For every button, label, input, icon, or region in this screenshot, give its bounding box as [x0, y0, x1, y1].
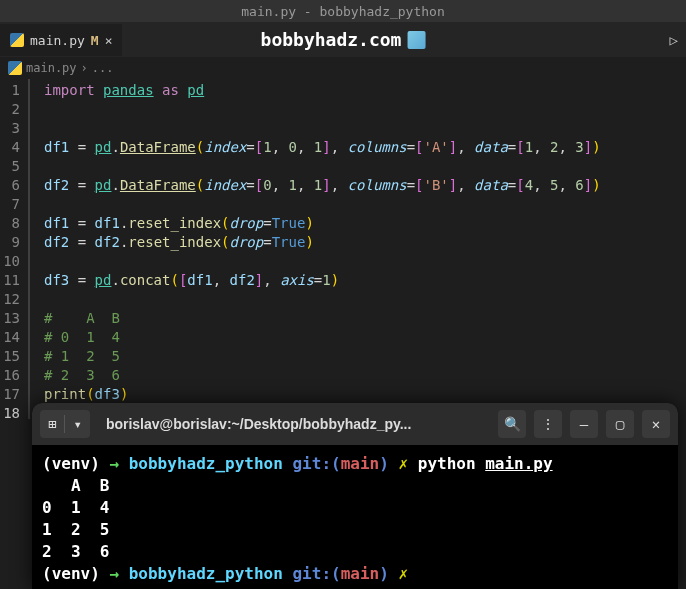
- menu-icon: ⋮: [541, 416, 555, 432]
- minimize-icon: –: [580, 416, 588, 432]
- title-text: main.py - bobbyhadz_python: [241, 4, 445, 19]
- breadcrumb-file: main.py: [26, 61, 77, 75]
- code-line: # 0 1 4: [44, 328, 686, 347]
- code-line: df3 = pd.concat([df1, df2], axis=1): [44, 271, 686, 290]
- code-line: [44, 290, 686, 309]
- close-icon[interactable]: ×: [105, 33, 113, 48]
- code-line: df1 = df1.reset_index(drop=True): [44, 214, 686, 233]
- code-line: [44, 195, 686, 214]
- code-line: df2 = pd.DataFrame(index=[0, 1, 1], colu…: [44, 176, 686, 195]
- breadcrumb-more: ...: [92, 61, 114, 75]
- code-content[interactable]: import pandas as pd df1 = pd.DataFrame(i…: [28, 79, 686, 419]
- python-icon: [10, 33, 24, 47]
- prompt-line: (venv) → bobbyhadz_python git:(main) ✗ p…: [42, 453, 668, 475]
- code-line: # 2 3 6: [44, 366, 686, 385]
- title-bar: main.py - bobbyhadz_python: [0, 0, 686, 22]
- terminal-body[interactable]: (venv) → bobbyhadz_python git:(main) ✗ p…: [32, 445, 678, 589]
- close-icon: ✕: [652, 416, 660, 432]
- minimize-button[interactable]: –: [570, 410, 598, 438]
- code-line: [44, 252, 686, 271]
- code-line: [44, 119, 686, 138]
- tab-bar: main.py M × bobbyhadz.com ▷: [0, 22, 686, 57]
- output-line: 0 1 4: [42, 497, 668, 519]
- code-line: [44, 100, 686, 119]
- code-line: # 1 2 5: [44, 347, 686, 366]
- output-line: 2 3 6: [42, 541, 668, 563]
- terminal-header: ⊞ ▾ borislav@borislav:~/Desktop/bobbyhad…: [32, 403, 678, 445]
- watermark: bobbyhadz.com: [261, 29, 426, 50]
- code-line: print(df3): [44, 385, 686, 404]
- maximize-icon: ▢: [616, 416, 624, 432]
- code-editor[interactable]: 123 456 789 101112 131415 161718 import …: [0, 79, 686, 419]
- code-line: df2 = df2.reset_index(drop=True): [44, 233, 686, 252]
- output-line: A B: [42, 475, 668, 497]
- search-button[interactable]: 🔍: [498, 410, 526, 438]
- modified-indicator: M: [91, 33, 99, 48]
- maximize-button[interactable]: ▢: [606, 410, 634, 438]
- search-icon: 🔍: [504, 416, 521, 432]
- prompt-line: (venv) → bobbyhadz_python git:(main) ✗: [42, 563, 668, 585]
- code-line: import pandas as pd: [44, 81, 686, 100]
- new-tab-group[interactable]: ⊞ ▾: [40, 410, 90, 438]
- code-line: [44, 157, 686, 176]
- code-line: df1 = pd.DataFrame(index=[1, 0, 1], colu…: [44, 138, 686, 157]
- tab-main-py[interactable]: main.py M ×: [0, 24, 122, 56]
- terminal-title: borislav@borislav:~/Desktop/bobbyhadz_py…: [98, 416, 490, 432]
- dropdown-icon[interactable]: ▾: [65, 416, 89, 432]
- python-icon: [8, 61, 22, 75]
- tab-label: main.py: [30, 33, 85, 48]
- cube-icon: [407, 31, 425, 49]
- new-tab-icon[interactable]: ⊞: [40, 416, 64, 432]
- play-icon[interactable]: ▷: [670, 32, 678, 48]
- terminal-panel: ⊞ ▾ borislav@borislav:~/Desktop/bobbyhad…: [32, 403, 678, 589]
- code-line: # A B: [44, 309, 686, 328]
- line-gutter: 123 456 789 101112 131415 161718: [0, 79, 28, 419]
- output-line: 1 2 5: [42, 519, 668, 541]
- breadcrumb[interactable]: main.py › ...: [0, 57, 686, 79]
- menu-button[interactable]: ⋮: [534, 410, 562, 438]
- close-button[interactable]: ✕: [642, 410, 670, 438]
- breadcrumb-sep: ›: [81, 61, 88, 75]
